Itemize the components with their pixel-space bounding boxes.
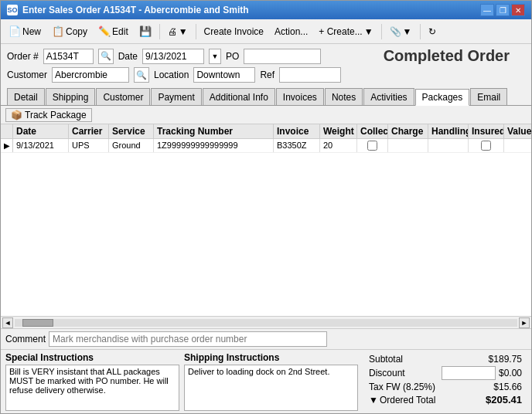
cell-charge [388, 139, 428, 152]
col-header-invoice[interactable]: Invoice [274, 124, 320, 138]
edit-button[interactable]: ✏️ Edit [94, 22, 133, 42]
track-package-bar: 📦 Track Package [1, 106, 531, 124]
form-area: Order # 🔍 Date ▼ PO Completed Order Cust… [1, 44, 531, 88]
po-input[interactable] [244, 49, 321, 64]
scroll-right-button[interactable]: ► [519, 317, 530, 328]
cell-tracking: 1Z999999999999999 [154, 139, 274, 152]
col-header-tracking[interactable]: Tracking Number [154, 124, 274, 138]
col-header-collect[interactable]: Collect [357, 124, 388, 138]
customer-search-button[interactable]: 🔍 [134, 67, 149, 83]
new-button[interactable]: 📄 New [4, 22, 46, 42]
refresh-button[interactable]: ↻ [424, 22, 441, 42]
title-bar-left: SO Enter Sales Order A1534T - Abercrombi… [7, 5, 249, 15]
horizontal-scrollbar[interactable]: ◄ ► [1, 316, 531, 328]
shipping-instructions-label: Shipping Instructions [184, 352, 358, 363]
subtotal-value: $189.75 [489, 354, 522, 365]
special-instructions-label: Special Instructions [5, 352, 179, 363]
main-window: SO Enter Sales Order A1534T - Abercrombi… [0, 0, 532, 414]
scroll-left-button[interactable]: ◄ [2, 317, 13, 328]
date-input[interactable] [142, 49, 204, 64]
order-search-button[interactable]: 🔍 [98, 49, 114, 64]
toolbar-separator-1 [159, 24, 160, 39]
attach-dropdown-arrow: ▼ [403, 26, 412, 37]
discount-right: $0.00 [442, 366, 522, 380]
cell-insured[interactable] [469, 139, 504, 152]
customer-input[interactable] [52, 67, 129, 83]
col-header-insured[interactable]: Insured [469, 124, 504, 138]
tab-activities[interactable]: Activities [363, 88, 414, 105]
instructions-row: Special Instructions Bill is VERY insist… [1, 350, 531, 413]
action-button[interactable]: Action... [270, 22, 312, 42]
shipping-instructions-col: Shipping Instructions Deliver to loading… [184, 352, 358, 411]
col-header-handling[interactable]: Handling [428, 124, 469, 138]
tabs-bar: Detail Shipping Customer Payment Additio… [1, 88, 531, 106]
title-controls: — ❐ ✕ [480, 4, 525, 16]
date-label: Date [118, 51, 138, 62]
ordered-total-arrow: ▼ [369, 395, 378, 406]
table-row[interactable]: ▶ 9/13/2021 UPS Ground 1Z999999999999999… [1, 139, 531, 153]
special-instructions-col: Special Instructions Bill is VERY insist… [5, 352, 179, 411]
col-header-weight[interactable]: Weight [320, 124, 357, 138]
close-button[interactable]: ✕ [511, 4, 525, 16]
track-package-button[interactable]: 📦 Track Package [5, 108, 92, 122]
print-button[interactable]: 🖨 ▼ [163, 22, 193, 42]
cell-carrier: UPS [69, 139, 109, 152]
collect-checkbox[interactable] [367, 141, 377, 151]
shipping-instructions-textarea[interactable]: Deliver to loading dock on 2nd Street. [184, 365, 358, 411]
scroll-thumb[interactable] [22, 319, 53, 327]
totals-col: Subtotal $189.75 Discount $0.00 Tax FW (… [364, 352, 527, 411]
tab-email[interactable]: Email [470, 88, 507, 105]
col-header-service[interactable]: Service [109, 124, 154, 138]
app-icon: SO [7, 5, 18, 15]
tax-row: Tax FW (8.25%) $15.66 [369, 382, 522, 392]
create-button[interactable]: + Create... ▼ [314, 22, 377, 42]
insured-checkbox[interactable] [481, 141, 491, 151]
save-icon: 💾 [139, 25, 152, 37]
tab-detail[interactable]: Detail [7, 88, 45, 105]
create-invoice-button[interactable]: Create Invoice [200, 22, 268, 42]
copy-button[interactable]: 📋 Copy [47, 22, 92, 42]
ref-input[interactable] [279, 67, 341, 83]
tab-notes[interactable]: Notes [325, 88, 363, 105]
special-instructions-section: Special Instructions Bill is VERY insist… [5, 352, 358, 411]
subtotal-row: Subtotal $189.75 [369, 354, 522, 365]
attach-button[interactable]: 📎 ▼ [385, 22, 417, 42]
tab-additional-info[interactable]: Additional Info [203, 88, 275, 105]
col-header-charge[interactable]: Charge [388, 124, 428, 138]
tab-customer[interactable]: Customer [96, 88, 150, 105]
col-header-value[interactable]: Value [504, 124, 531, 138]
ordered-total-row: ▼ Ordered Total $205.41 [369, 394, 522, 406]
cell-collect[interactable] [357, 139, 388, 152]
special-instructions-textarea[interactable]: Bill is VERY insistant that ALL packages… [5, 365, 179, 411]
order-label: Order # [7, 51, 39, 62]
toolbar: 📄 New 📋 Copy ✏️ Edit 💾 🖨 ▼ Create Invoic… [1, 19, 531, 44]
save-button[interactable]: 💾 [135, 22, 156, 42]
tab-invoices[interactable]: Invoices [276, 88, 324, 105]
completed-order-text: Completed Order [384, 47, 510, 65]
minimize-button[interactable]: — [480, 4, 494, 16]
new-icon: 📄 [9, 25, 21, 37]
date-dropdown-button[interactable]: ▼ [209, 49, 221, 64]
location-input[interactable] [193, 67, 255, 83]
grid-header: Date Carrier Service Tracking Number Inv… [1, 124, 531, 139]
discount-label: Discount [369, 368, 405, 378]
window-title: Enter Sales Order A1534T - Abercrombie a… [22, 5, 249, 15]
content-area: 📦 Track Package Date Carrier Service Tra… [1, 106, 531, 328]
edit-icon: ✏️ [98, 25, 111, 37]
tab-packages[interactable]: Packages [415, 89, 470, 106]
cell-value [504, 139, 531, 152]
scroll-track[interactable] [15, 319, 517, 327]
tab-payment[interactable]: Payment [151, 88, 201, 105]
cell-weight: 20 [320, 139, 357, 152]
cell-invoice: B3350Z [274, 139, 320, 152]
tab-shipping[interactable]: Shipping [46, 88, 96, 105]
restore-button[interactable]: ❐ [496, 4, 510, 16]
comment-input[interactable] [49, 331, 327, 347]
col-header-carrier[interactable]: Carrier [69, 124, 109, 138]
order-input[interactable] [43, 49, 94, 64]
cell-service: Ground [109, 139, 154, 152]
discount-input[interactable] [442, 366, 496, 380]
track-package-icon: 📦 [11, 110, 22, 120]
col-header-date[interactable]: Date [13, 124, 69, 138]
discount-row: Discount $0.00 [369, 366, 522, 380]
